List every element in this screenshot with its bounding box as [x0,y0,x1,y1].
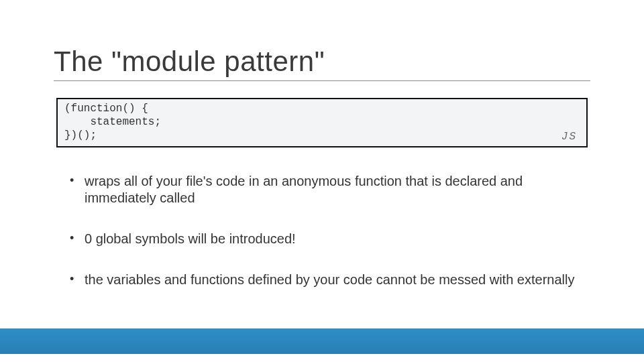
code-line-1: (function() { [64,102,580,115]
footer-accent-bar [0,328,644,354]
list-item: the variables and functions defined by y… [70,272,586,288]
code-block: (function() { statements; })(); JS [56,98,588,147]
list-item: 0 global symbols will be introduced! [70,231,586,247]
code-line-3: })(); [64,129,580,142]
slide: The "module pattern" (function() { state… [0,0,644,362]
bullet-list: wraps all of your file's code in an anon… [70,173,586,312]
code-language-badge: JS [561,130,577,143]
list-item: wraps all of your file's code in an anon… [70,173,586,206]
code-line-2: statements; [64,115,580,129]
title-underline [54,80,590,81]
slide-title: The "module pattern" [54,46,325,78]
